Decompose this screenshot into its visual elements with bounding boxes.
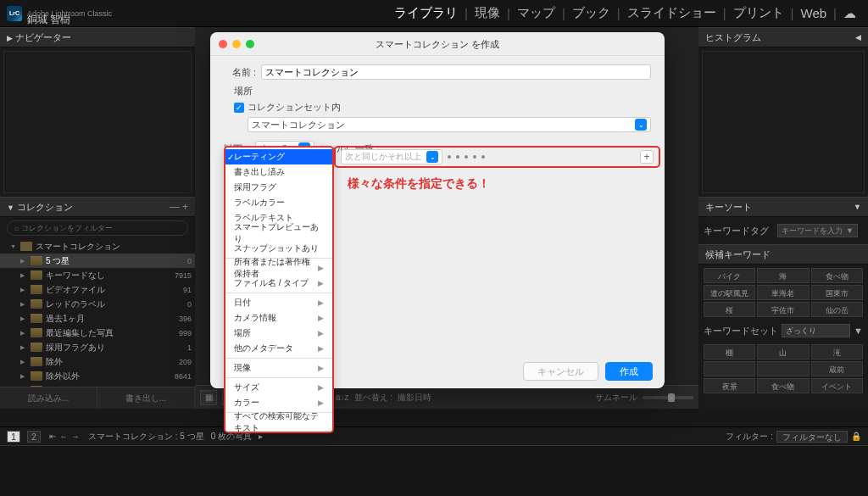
module-library[interactable]: ライブラリ [389, 3, 463, 23]
export-button[interactable]: 書き出し... [97, 387, 195, 409]
app-logo: LrC [7, 6, 22, 21]
collection-root[interactable]: ▼スマートコレクション [0, 239, 195, 254]
collection-item[interactable]: ▶採用フラグあり1 [0, 340, 195, 354]
page-1-button[interactable]: 1 [7, 431, 20, 443]
rating-stars[interactable] [448, 155, 485, 159]
candidate-keywords-header[interactable]: 候補キーワード [698, 244, 868, 265]
import-button[interactable]: 読み込み... [0, 387, 97, 409]
module-slideshow[interactable]: スライドショー [622, 3, 721, 23]
collection-item[interactable]: ▶ビデオファイル91 [0, 282, 195, 297]
dropdown-item[interactable]: レーティング [225, 149, 332, 164]
dropdown-item[interactable]: 現像▶ [225, 360, 332, 376]
name-input[interactable] [261, 64, 651, 80]
sort-direction-icon[interactable]: a↓z [336, 393, 349, 402]
chevron-down-icon: ▼ [854, 326, 863, 336]
keyword-set-select[interactable]: ざっくり [782, 324, 850, 337]
dropdown-item[interactable]: サイズ▶ [225, 380, 332, 395]
keyword-set-cell[interactable]: 棚 [704, 344, 755, 359]
grid-view-button[interactable]: ▦ [200, 390, 217, 405]
dropdown-item[interactable]: スマートプレビューあり [225, 226, 332, 241]
keyword-set-cell[interactable]: 滝 [811, 344, 863, 359]
keyword-cell[interactable]: 道の駅風見 [704, 285, 755, 300]
operator-select[interactable]: 次と同じかそれ以上⌄ [341, 149, 442, 164]
keyword-set-cell[interactable]: イベント [811, 378, 863, 393]
histogram-header[interactable]: ヒストグラム◀ [698, 27, 868, 47]
window-controls[interactable] [219, 40, 254, 48]
keyword-tag-label: キーワードタグ [704, 225, 769, 237]
criteria-dropdown[interactable]: レーティング書き出し済み採用フラグラベルカラーラベルテキストスマートプレビューあ… [224, 146, 334, 433]
module-picker: ライブラリ| 現像| マップ| ブック| スライドショー| プリント| Web|… [389, 3, 861, 23]
dropdown-item[interactable]: ラベルカラー [225, 195, 332, 210]
breadcrumb: スマートコレクション : 5 つ星 [88, 431, 204, 443]
dropdown-item[interactable]: ファイル名 / タイプ▶ [225, 276, 332, 291]
collections-search[interactable]: ⌕ コレクションをフィルター [7, 220, 188, 236]
keyword-cell[interactable]: 食べ物 [811, 268, 863, 283]
add-rule-button[interactable]: + [640, 150, 654, 164]
collection-item[interactable]: ▶除外以外8641 [0, 369, 195, 383]
candidate-keywords-grid: バイク海食べ物道の駅風見車海老国東市桜宇佐市仙の岳 [698, 265, 868, 320]
dropdown-item[interactable]: スナップショットあり [225, 241, 332, 256]
module-web[interactable]: Web [796, 4, 832, 22]
keysort-header[interactable]: キーソート▼ [698, 197, 868, 217]
module-book[interactable]: ブック [567, 3, 615, 23]
collections-list: ▼スマートコレクション ▶5 つ星0▶キーワードなし7915▶ビデオファイル91… [0, 239, 195, 387]
keyword-cell[interactable]: 仙の岳 [811, 302, 863, 317]
keyword-set-cell[interactable]: 食べ物 [757, 378, 809, 393]
thumbnail-label: サムネール [595, 392, 637, 404]
collection-item[interactable]: ▶最近編集した写真999 [0, 326, 195, 340]
status-bar: 1 2 ⇤←→ スマートコレクション : 5 つ星 0 枚の写真 ▸ フィルター… [0, 426, 868, 445]
thumbnail-slider[interactable] [643, 396, 693, 399]
keyword-cell[interactable]: 国東市 [811, 285, 863, 300]
keyword-cell[interactable]: 桜 [704, 302, 755, 317]
keyword-set-cell[interactable]: 夜景 [704, 378, 755, 393]
collection-item[interactable]: ▶レッドのラベル0 [0, 297, 195, 311]
place-label: 場所 [234, 85, 651, 98]
collection-item[interactable]: ▶除外209 [0, 354, 195, 369]
page-2-button[interactable]: 2 [27, 431, 41, 443]
module-develop[interactable]: 現像 [470, 3, 505, 23]
collection-item[interactable]: ▶5 つ星0 [0, 254, 195, 268]
dropdown-item[interactable]: 採用フラグ [225, 180, 332, 195]
sort-value[interactable]: 撮影日時 [398, 392, 431, 404]
dropdown-item[interactable]: 場所▶ [225, 326, 332, 341]
dropdown-item[interactable]: カメラ情報▶ [225, 310, 332, 326]
cloud-icon[interactable]: ☁ [838, 4, 861, 23]
keyword-set-cell[interactable]: 蔵前 [811, 361, 863, 376]
dropdown-item[interactable]: 他のメタデータ▶ [225, 341, 332, 356]
keyword-cell[interactable]: バイク [704, 268, 755, 283]
collections-add-remove[interactable]: — + [170, 201, 188, 213]
keyword-set-cell[interactable]: 山 [757, 344, 809, 359]
dropdown-item[interactable]: カラー▶ [225, 395, 332, 410]
dropdown-item[interactable]: 日付▶ [225, 295, 332, 310]
dropdown-item[interactable]: 所有者または著作権保持者▶ [225, 260, 332, 276]
filter-select[interactable]: フィルターなし [776, 431, 848, 443]
keyword-cell[interactable]: 車海老 [757, 285, 809, 300]
right-panel: ヒストグラム◀ キーソート▼ キーワードタグ キーワードを入力▼ 候補キーワード… [698, 27, 868, 409]
module-print[interactable]: プリント [728, 3, 789, 23]
nav-arrows[interactable]: ⇤←→ [47, 432, 81, 441]
annotation-text: 様々な条件を指定できる！ [348, 176, 490, 192]
lock-icon[interactable]: 🔒 [851, 432, 861, 441]
navigator-header[interactable]: ▶ ナビゲーター [0, 27, 195, 47]
dropdown-item[interactable]: 書き出し済み [225, 164, 332, 180]
keyword-cell[interactable]: 海 [757, 268, 809, 283]
collection-set-select[interactable]: スマートコレクション⌄ [248, 117, 651, 132]
collections-header[interactable]: ▼ コレクション — + [0, 197, 195, 217]
name-label: 名前 : [224, 66, 256, 79]
create-button[interactable]: 作成 [605, 362, 653, 381]
collection-item[interactable]: ▶過去1ヶ月396 [0, 311, 195, 326]
collection-item[interactable]: ▶キーワードなし7915 [0, 268, 195, 282]
keyword-tag-input[interactable]: キーワードを入力▼ [777, 224, 858, 237]
histogram [702, 51, 865, 193]
keyword-set-grid: 棚山滝蔵前夜景食べ物イベント [698, 341, 868, 397]
in-set-checkbox[interactable]: ✓ [234, 103, 244, 113]
keyword-cell[interactable]: 宇佐市 [757, 302, 809, 317]
keyword-set-cell[interactable] [757, 361, 809, 376]
keyword-set-cell[interactable] [704, 361, 755, 376]
navigator-preview [3, 51, 192, 193]
module-map[interactable]: マップ [512, 3, 560, 23]
filmstrip[interactable] [0, 445, 868, 496]
dropdown-item[interactable]: すべての検索可能なテキスト [225, 415, 332, 430]
sort-label: 並べ替え : [354, 392, 393, 404]
cancel-button[interactable]: キャンセル [523, 362, 598, 381]
